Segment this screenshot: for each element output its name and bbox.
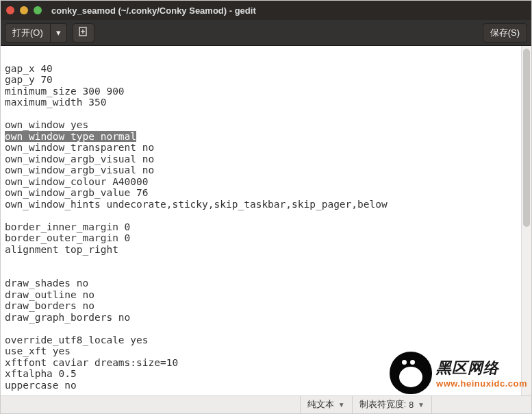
maximize-icon[interactable] (34, 6, 42, 14)
editor-area: gap_x 40 gap_y 70 minimum_size 300 900 m… (1, 46, 531, 395)
scrollbar-thumb[interactable] (523, 49, 530, 227)
selected-text: own_window_type normal (5, 131, 136, 142)
open-button-label: 打开(O) (12, 27, 43, 39)
text-editor[interactable]: gap_x 40 gap_y 70 minimum_size 300 900 m… (1, 46, 521, 395)
new-tab-button[interactable] (73, 23, 94, 42)
chevron-down-icon: ▼ (338, 401, 345, 409)
open-dropdown-button[interactable]: ▾ (51, 23, 67, 42)
statusbar-spacer (431, 396, 527, 413)
toolbar: 打开(O) ▾ 保存(S) (1, 20, 531, 46)
new-tab-icon (79, 27, 88, 38)
window-controls (6, 6, 42, 14)
chevron-down-icon: ▼ (418, 401, 425, 409)
tabwidth-prefix: 制表符宽度: (359, 399, 406, 411)
open-button[interactable]: 打开(O) (5, 23, 51, 42)
tabwidth-selector[interactable]: 制表符宽度: 8 ▼ (352, 396, 431, 413)
syntax-label: 纯文本 (307, 399, 334, 411)
tabwidth-value: 8 (409, 400, 414, 410)
close-icon[interactable] (6, 6, 14, 14)
window-title: conky_seamod (~/.conky/Conky Seamod) - g… (51, 5, 256, 16)
syntax-selector[interactable]: 纯文本 ▼ (300, 396, 352, 413)
save-button[interactable]: 保存(S) (483, 23, 527, 42)
titlebar[interactable]: conky_seamod (~/.conky/Conky Seamod) - g… (1, 1, 531, 20)
statusbar: 纯文本 ▼ 制表符宽度: 8 ▼ (1, 395, 531, 413)
open-button-group: 打开(O) ▾ (5, 23, 67, 42)
chevron-down-icon: ▾ (56, 27, 61, 38)
vertical-scrollbar[interactable] (521, 46, 531, 395)
minimize-icon[interactable] (20, 6, 28, 14)
save-button-label: 保存(S) (490, 27, 520, 39)
